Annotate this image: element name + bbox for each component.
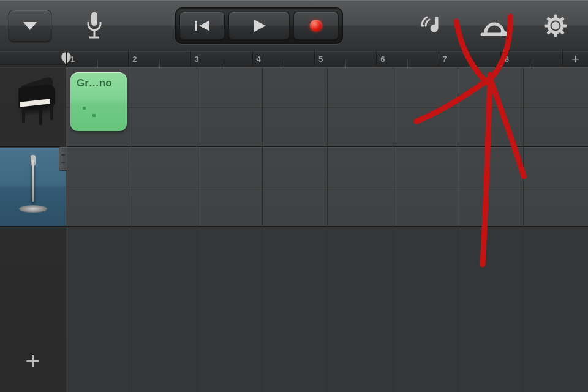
ruler-bar[interactable]: 4	[252, 51, 314, 67]
input-mic-indicator	[69, 11, 120, 40]
rewind-button[interactable]	[179, 12, 225, 40]
loop-browser-button[interactable]	[477, 8, 512, 43]
timeline-ruler[interactable]: 12345678 +	[0, 51, 588, 67]
ruler-bar[interactable]: 6	[376, 51, 438, 67]
ruler-bar[interactable]: 3	[190, 51, 252, 67]
svg-point-9	[552, 22, 559, 29]
gridline	[458, 67, 458, 392]
track-headers: +	[0, 67, 66, 392]
svg-marker-0	[23, 22, 37, 30]
record-icon	[310, 20, 322, 32]
sidebar-resize-handle[interactable]	[59, 146, 67, 171]
gear-icon	[543, 13, 568, 38]
track-header-mic[interactable]	[0, 147, 66, 227]
instruments-button[interactable]	[415, 8, 451, 43]
midi-notes-icon	[81, 104, 100, 123]
region-label: Gr…no	[77, 77, 112, 89]
ruler-bar[interactable]: 2	[128, 51, 190, 67]
record-button[interactable]	[293, 12, 339, 40]
settings-button[interactable]	[538, 8, 573, 43]
gridline	[132, 67, 132, 392]
my-songs-button[interactable]	[9, 10, 51, 42]
gridline	[327, 67, 328, 392]
gridline	[523, 67, 524, 392]
ruler-bar[interactable]: 5	[314, 51, 376, 67]
svg-marker-5	[199, 21, 209, 31]
track-grid[interactable]: Gr…no	[66, 67, 588, 392]
svg-marker-6	[254, 20, 266, 32]
gridline	[262, 67, 263, 392]
ruler-bar[interactable]: 8	[500, 51, 562, 67]
add-track-button[interactable]: +	[21, 349, 45, 374]
mic-stand-icon	[9, 156, 58, 217]
svg-rect-4	[195, 21, 197, 31]
arrangement-area: + Gr…no	[0, 67, 588, 392]
grand-piano-icon	[5, 83, 61, 131]
midi-region[interactable]: Gr…no	[70, 72, 127, 131]
toolbar	[0, 0, 588, 51]
track-header-piano[interactable]	[0, 67, 66, 147]
gridline	[393, 67, 393, 392]
ruler-bar[interactable]: 7	[439, 51, 500, 67]
plus-icon: +	[25, 349, 40, 374]
transport-controls	[175, 7, 343, 44]
loop-icon	[480, 14, 509, 37]
instruments-icon	[420, 13, 447, 38]
plus-icon: +	[571, 51, 579, 67]
ruler-bar[interactable]: 1	[66, 51, 128, 67]
ruler-gutter	[0, 51, 66, 67]
svg-rect-1	[91, 12, 97, 26]
microphone-icon	[83, 11, 105, 40]
gridline	[197, 67, 197, 392]
add-section-button[interactable]: +	[562, 51, 588, 67]
play-button[interactable]	[228, 12, 290, 40]
